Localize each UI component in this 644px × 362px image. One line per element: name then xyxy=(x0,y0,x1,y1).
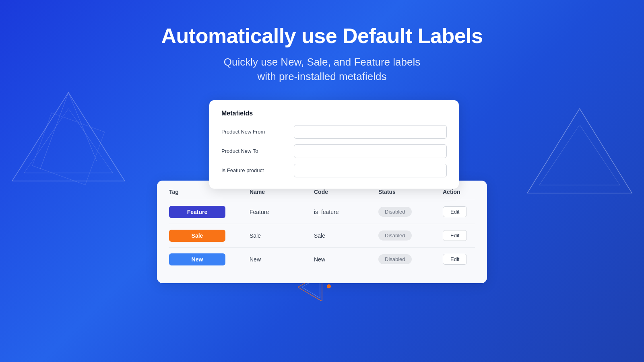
subtitle-line2: with pre-installed metafields xyxy=(258,70,387,82)
metafields-card-title: Metafields xyxy=(221,110,447,117)
status-cell-new: Disabled xyxy=(378,254,443,264)
field-row-product-new-to: Product New To xyxy=(221,144,447,158)
svg-line-4 xyxy=(68,93,97,161)
table-row: Feature Feature is_feature Disabled Edit xyxy=(169,200,475,224)
col-status: Status xyxy=(378,189,443,195)
svg-line-8 xyxy=(580,109,632,193)
metafields-card: Metafields Product New From Product New … xyxy=(209,100,459,189)
tag-cell-feature: Feature xyxy=(169,206,250,218)
field-row-is-feature: Is Feature product xyxy=(221,164,447,177)
bg-shape-right xyxy=(523,105,636,227)
main-title: Automatically use Default Labels xyxy=(161,24,483,48)
tag-badge-feature: Feature xyxy=(169,206,225,218)
svg-marker-0 xyxy=(12,93,125,181)
subtitle: Quickly use New, Sale, and Feature label… xyxy=(161,55,483,84)
col-tag: Tag xyxy=(169,189,250,195)
edit-button-sale[interactable]: Edit xyxy=(443,230,467,241)
status-badge-feature: Disabled xyxy=(378,207,412,217)
name-cell-sale: Sale xyxy=(250,232,314,239)
status-badge-sale: Disabled xyxy=(378,230,412,241)
field-label-product-new-from: Product New From xyxy=(221,129,286,135)
tag-cell-sale: Sale xyxy=(169,230,250,242)
status-cell-sale: Disabled xyxy=(378,230,443,241)
tag-badge-new: New xyxy=(169,253,225,265)
table-card: Tag Name Code Status Action Feature Feat… xyxy=(157,181,487,283)
col-name: Name xyxy=(250,189,314,195)
code-cell-sale: Sale xyxy=(314,232,378,239)
table-header: Tag Name Code Status Action xyxy=(169,189,475,200)
content-wrapper: Metafields Product New From Product New … xyxy=(157,100,487,283)
status-cell-feature: Disabled xyxy=(378,207,443,217)
field-label-product-new-to: Product New To xyxy=(221,148,286,154)
bg-shape-left xyxy=(8,88,129,219)
field-row-product-new-from: Product New From xyxy=(221,125,447,139)
field-label-is-feature: Is Feature product xyxy=(221,167,286,173)
table-body: Feature Feature is_feature Disabled Edit… xyxy=(169,200,475,271)
field-input-product-new-to[interactable] xyxy=(294,144,447,158)
svg-line-3 xyxy=(40,93,68,169)
field-input-is-feature[interactable] xyxy=(294,164,447,177)
subtitle-line1: Quickly use New, Sale, and Feature label… xyxy=(224,56,420,68)
code-cell-new: New xyxy=(314,256,378,263)
svg-line-7 xyxy=(527,109,580,193)
action-cell-sale: Edit xyxy=(443,230,507,241)
field-input-product-new-from[interactable] xyxy=(294,125,447,139)
col-code: Code xyxy=(314,189,378,195)
name-cell-feature: Feature xyxy=(250,209,314,215)
col-action: Action xyxy=(443,189,507,195)
table-row: Sale Sale Sale Disabled Edit xyxy=(169,224,475,248)
svg-marker-5 xyxy=(527,109,632,193)
action-cell-feature: Edit xyxy=(443,206,507,217)
edit-button-new[interactable]: Edit xyxy=(443,254,467,265)
name-cell-new: New xyxy=(250,256,314,263)
svg-marker-2 xyxy=(32,113,104,185)
header-section: Automatically use Default Labels Quickly… xyxy=(161,0,483,84)
tag-badge-sale: Sale xyxy=(169,230,225,242)
action-cell-new: Edit xyxy=(443,254,507,265)
svg-marker-6 xyxy=(539,125,620,185)
table-row: New New New Disabled Edit xyxy=(169,248,475,271)
edit-button-feature[interactable]: Edit xyxy=(443,206,467,217)
status-badge-new: Disabled xyxy=(378,254,412,264)
tag-cell-new: New xyxy=(169,253,250,265)
code-cell-feature: is_feature xyxy=(314,209,378,215)
